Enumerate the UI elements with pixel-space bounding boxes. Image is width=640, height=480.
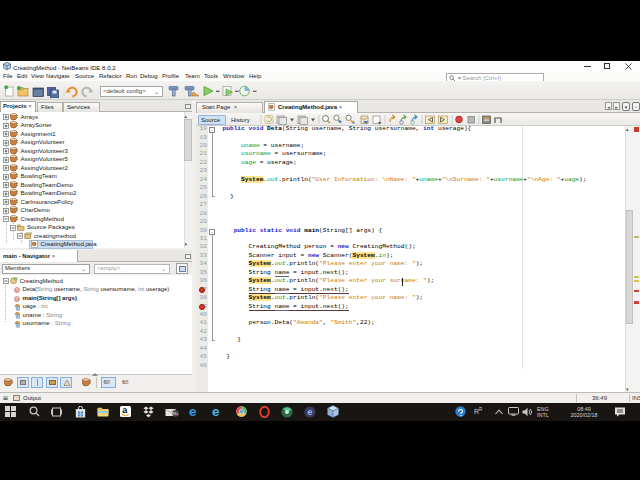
svg-text:99+: 99+ xyxy=(173,412,179,416)
svg-text:e: e xyxy=(307,406,312,417)
